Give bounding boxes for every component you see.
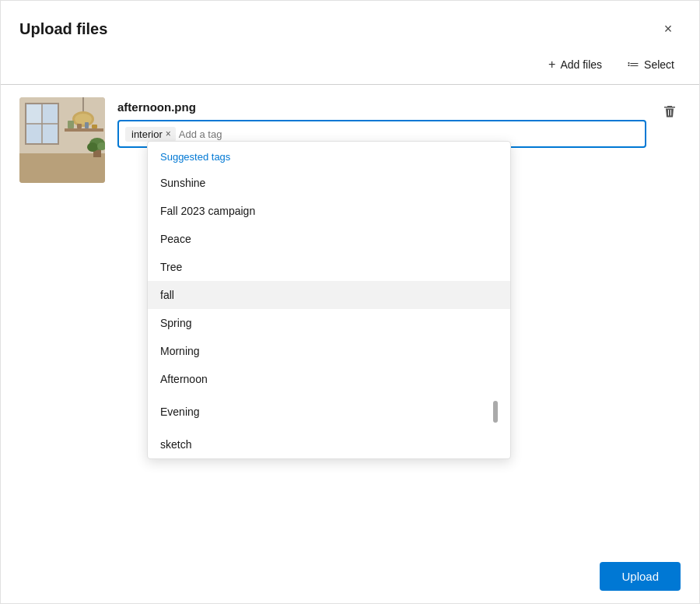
dropdown-item-morning[interactable]: Morning bbox=[148, 337, 510, 365]
add-files-button[interactable]: + Add files bbox=[542, 54, 608, 75]
tag-chip-remove-button[interactable]: × bbox=[166, 129, 171, 139]
tag-input[interactable] bbox=[179, 128, 639, 140]
dropdown-item-peace[interactable]: Peace bbox=[148, 225, 510, 253]
dropdown-item-fall2023[interactable]: Fall 2023 campaign bbox=[148, 197, 510, 225]
dropdown-item-evening[interactable]: Evening bbox=[148, 393, 510, 430]
dropdown-item-tree[interactable]: Tree bbox=[148, 253, 510, 281]
file-thumbnail bbox=[19, 97, 105, 183]
svg-rect-12 bbox=[77, 124, 82, 128]
upload-button[interactable]: Upload bbox=[600, 562, 681, 591]
svg-rect-10 bbox=[65, 128, 103, 132]
dropdown-item-sketch[interactable]: sketch bbox=[148, 430, 510, 458]
tag-chip-interior: interior × bbox=[125, 127, 176, 142]
tag-chip-label: interior bbox=[131, 128, 163, 140]
svg-rect-11 bbox=[68, 121, 74, 128]
svg-rect-1 bbox=[19, 153, 105, 183]
dropdown-item-afternoon[interactable]: Afternoon bbox=[148, 365, 510, 393]
add-files-label: Add files bbox=[560, 58, 602, 71]
svg-rect-13 bbox=[85, 122, 89, 128]
content-area: afternoon.png interior × Suggested tags bbox=[1, 85, 699, 550]
file-name: afternoon.png bbox=[117, 100, 646, 114]
dropdown-item-spring[interactable]: Spring bbox=[148, 309, 510, 337]
select-list-icon: ≔ bbox=[627, 57, 639, 72]
dropdown-header: Suggested tags bbox=[148, 142, 510, 169]
svg-rect-6 bbox=[27, 105, 41, 123]
select-label: Select bbox=[644, 58, 674, 71]
plus-icon: + bbox=[548, 58, 555, 72]
svg-rect-14 bbox=[92, 125, 97, 128]
upload-files-dialog: Upload files × + Add files ≔ Select bbox=[0, 0, 700, 604]
dropdown-item-sunshine[interactable]: Sunshine bbox=[148, 169, 510, 197]
scrollbar-indicator[interactable] bbox=[493, 401, 498, 423]
toolbar: + Add files ≔ Select bbox=[1, 54, 699, 84]
dialog-title: Upload files bbox=[19, 20, 107, 38]
delete-file-button[interactable] bbox=[659, 100, 681, 126]
trash-icon bbox=[662, 104, 677, 119]
close-button[interactable]: × bbox=[656, 16, 681, 41]
thumbnail-svg bbox=[19, 97, 105, 183]
tags-dropdown: Suggested tags Sunshine Fall 2023 campai… bbox=[147, 141, 511, 459]
dropdown-item-fall[interactable]: fall bbox=[148, 281, 510, 309]
select-button[interactable]: ≔ Select bbox=[621, 54, 681, 75]
dialog-footer: Upload bbox=[1, 550, 699, 603]
svg-point-9 bbox=[75, 114, 92, 125]
dialog-header: Upload files × bbox=[1, 1, 699, 54]
svg-point-17 bbox=[87, 142, 98, 152]
